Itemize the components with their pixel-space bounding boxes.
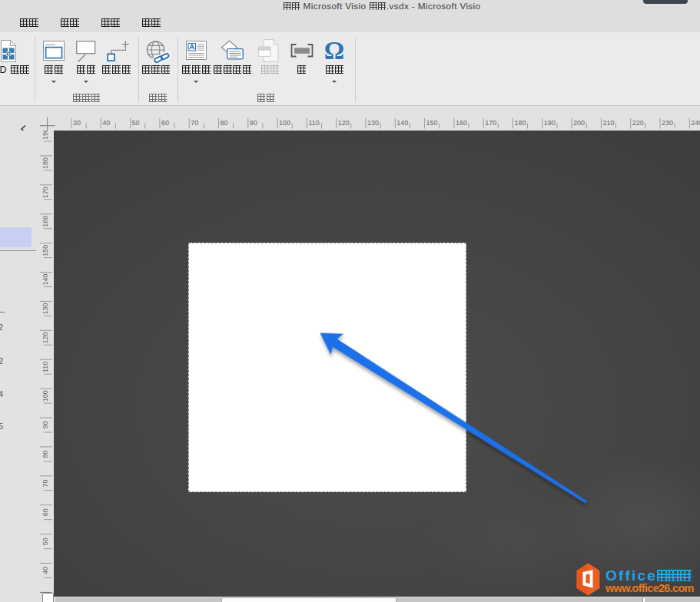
svg-text:130: 130	[367, 119, 379, 127]
svg-text:120: 120	[41, 332, 49, 343]
svg-text:230: 230	[662, 119, 673, 127]
svg-text:220: 220	[632, 119, 644, 127]
svg-text:210: 210	[602, 119, 614, 127]
svg-text:170: 170	[485, 119, 496, 127]
svg-text:60: 60	[161, 119, 169, 127]
svg-text:240: 240	[691, 119, 700, 127]
svg-text:Ω: Ω	[324, 38, 344, 62]
svg-text:70: 70	[41, 479, 49, 487]
svg-text:80: 80	[221, 119, 228, 127]
svg-text:170: 170	[41, 187, 49, 198]
svg-text:180: 180	[41, 157, 49, 169]
svg-text:90: 90	[41, 422, 49, 429]
svg-text:190: 190	[544, 119, 556, 127]
svg-text:30: 30	[73, 119, 81, 127]
svg-text:80: 80	[41, 450, 49, 458]
svg-text:70: 70	[191, 119, 198, 127]
svg-text:100: 100	[41, 390, 49, 402]
svg-text:110: 110	[308, 119, 319, 127]
svg-text:40: 40	[102, 119, 110, 127]
svg-text:140: 140	[396, 119, 408, 127]
svg-text:60: 60	[41, 508, 49, 516]
svg-text:100: 100	[279, 119, 290, 127]
svg-text:90: 90	[250, 119, 257, 127]
svg-text:180: 180	[515, 119, 526, 127]
svg-text:50: 50	[132, 119, 140, 127]
svg-text:40: 40	[41, 567, 49, 574]
svg-text:130: 130	[41, 303, 49, 314]
svg-text:160: 160	[456, 119, 467, 127]
svg-text:110: 110	[41, 362, 49, 372]
svg-text:190: 190	[41, 131, 49, 140]
svg-text:120: 120	[338, 119, 350, 127]
svg-text:150: 150	[41, 245, 49, 256]
svg-text:140: 140	[41, 274, 49, 286]
svg-text:200: 200	[573, 119, 585, 127]
svg-text:50: 50	[41, 538, 49, 545]
svg-text:160: 160	[41, 216, 49, 227]
svg-text:150: 150	[426, 119, 438, 127]
